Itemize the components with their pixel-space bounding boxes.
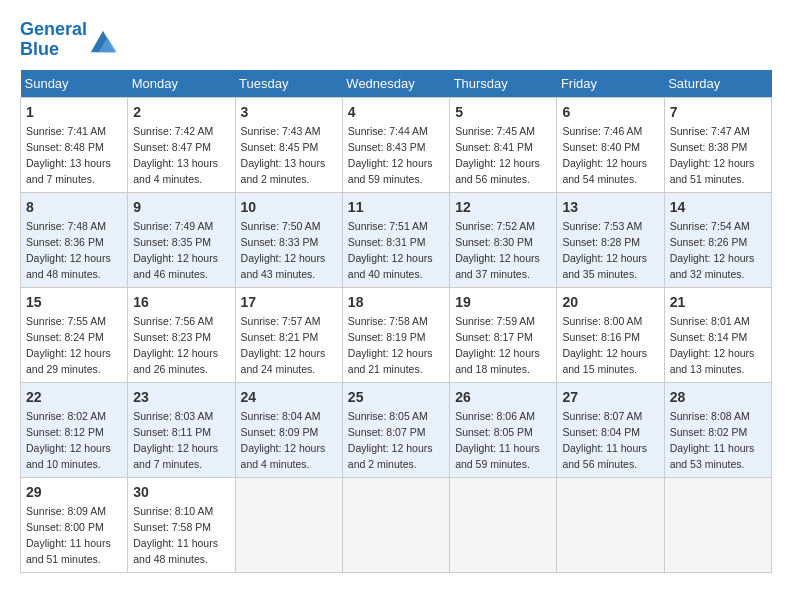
day-number: 27 (562, 387, 658, 407)
calendar-day-cell: 14 Sunrise: 7:54 AMSunset: 8:26 PMDaylig… (664, 192, 771, 287)
day-info: Sunrise: 8:03 AMSunset: 8:11 PMDaylight:… (133, 410, 218, 470)
calendar-day-cell: 23 Sunrise: 8:03 AMSunset: 8:11 PMDaylig… (128, 382, 235, 477)
day-info: Sunrise: 8:08 AMSunset: 8:02 PMDaylight:… (670, 410, 755, 470)
day-info: Sunrise: 8:00 AMSunset: 8:16 PMDaylight:… (562, 315, 647, 375)
day-number: 23 (133, 387, 229, 407)
day-info: Sunrise: 7:50 AMSunset: 8:33 PMDaylight:… (241, 220, 326, 280)
day-info: Sunrise: 7:48 AMSunset: 8:36 PMDaylight:… (26, 220, 111, 280)
calendar-day-cell (664, 477, 771, 572)
calendar-day-cell: 27 Sunrise: 8:07 AMSunset: 8:04 PMDaylig… (557, 382, 664, 477)
weekday-header: Wednesday (342, 70, 449, 98)
day-info: Sunrise: 8:09 AMSunset: 8:00 PMDaylight:… (26, 505, 111, 565)
day-number: 19 (455, 292, 551, 312)
calendar-day-cell: 2 Sunrise: 7:42 AMSunset: 8:47 PMDayligh… (128, 97, 235, 192)
day-number: 10 (241, 197, 337, 217)
day-number: 24 (241, 387, 337, 407)
calendar-day-cell (557, 477, 664, 572)
weekday-header: Tuesday (235, 70, 342, 98)
day-info: Sunrise: 7:53 AMSunset: 8:28 PMDaylight:… (562, 220, 647, 280)
day-number: 12 (455, 197, 551, 217)
day-info: Sunrise: 7:55 AMSunset: 8:24 PMDaylight:… (26, 315, 111, 375)
day-info: Sunrise: 8:01 AMSunset: 8:14 PMDaylight:… (670, 315, 755, 375)
day-number: 26 (455, 387, 551, 407)
weekday-header: Thursday (450, 70, 557, 98)
day-number: 30 (133, 482, 229, 502)
day-number: 7 (670, 102, 766, 122)
calendar-day-cell (235, 477, 342, 572)
weekday-header: Saturday (664, 70, 771, 98)
day-number: 13 (562, 197, 658, 217)
calendar-week-row: 1 Sunrise: 7:41 AMSunset: 8:48 PMDayligh… (21, 97, 772, 192)
calendar-day-cell: 3 Sunrise: 7:43 AMSunset: 8:45 PMDayligh… (235, 97, 342, 192)
calendar-day-cell (450, 477, 557, 572)
calendar-day-cell: 10 Sunrise: 7:50 AMSunset: 8:33 PMDaylig… (235, 192, 342, 287)
day-number: 14 (670, 197, 766, 217)
calendar-day-cell: 17 Sunrise: 7:57 AMSunset: 8:21 PMDaylig… (235, 287, 342, 382)
day-info: Sunrise: 8:10 AMSunset: 7:58 PMDaylight:… (133, 505, 218, 565)
day-info: Sunrise: 8:02 AMSunset: 8:12 PMDaylight:… (26, 410, 111, 470)
logo-text: GeneralBlue (20, 20, 87, 60)
day-info: Sunrise: 7:57 AMSunset: 8:21 PMDaylight:… (241, 315, 326, 375)
day-info: Sunrise: 7:45 AMSunset: 8:41 PMDaylight:… (455, 125, 540, 185)
calendar-day-cell: 6 Sunrise: 7:46 AMSunset: 8:40 PMDayligh… (557, 97, 664, 192)
day-info: Sunrise: 7:41 AMSunset: 8:48 PMDaylight:… (26, 125, 111, 185)
day-info: Sunrise: 7:54 AMSunset: 8:26 PMDaylight:… (670, 220, 755, 280)
day-number: 6 (562, 102, 658, 122)
calendar-week-row: 29 Sunrise: 8:09 AMSunset: 8:00 PMDaylig… (21, 477, 772, 572)
calendar-day-cell: 16 Sunrise: 7:56 AMSunset: 8:23 PMDaylig… (128, 287, 235, 382)
day-info: Sunrise: 7:43 AMSunset: 8:45 PMDaylight:… (241, 125, 326, 185)
day-number: 1 (26, 102, 122, 122)
calendar-day-cell: 28 Sunrise: 8:08 AMSunset: 8:02 PMDaylig… (664, 382, 771, 477)
day-info: Sunrise: 8:06 AMSunset: 8:05 PMDaylight:… (455, 410, 540, 470)
calendar-day-cell: 11 Sunrise: 7:51 AMSunset: 8:31 PMDaylig… (342, 192, 449, 287)
day-number: 17 (241, 292, 337, 312)
day-number: 20 (562, 292, 658, 312)
calendar-day-cell: 8 Sunrise: 7:48 AMSunset: 8:36 PMDayligh… (21, 192, 128, 287)
calendar-day-cell: 15 Sunrise: 7:55 AMSunset: 8:24 PMDaylig… (21, 287, 128, 382)
weekday-header: Friday (557, 70, 664, 98)
page-header: GeneralBlue (20, 20, 772, 60)
calendar-day-cell: 4 Sunrise: 7:44 AMSunset: 8:43 PMDayligh… (342, 97, 449, 192)
day-number: 21 (670, 292, 766, 312)
day-info: Sunrise: 8:07 AMSunset: 8:04 PMDaylight:… (562, 410, 647, 470)
day-info: Sunrise: 8:04 AMSunset: 8:09 PMDaylight:… (241, 410, 326, 470)
day-number: 5 (455, 102, 551, 122)
day-number: 2 (133, 102, 229, 122)
calendar-day-cell: 25 Sunrise: 8:05 AMSunset: 8:07 PMDaylig… (342, 382, 449, 477)
day-number: 11 (348, 197, 444, 217)
calendar-day-cell: 26 Sunrise: 8:06 AMSunset: 8:05 PMDaylig… (450, 382, 557, 477)
day-number: 18 (348, 292, 444, 312)
calendar-day-cell: 20 Sunrise: 8:00 AMSunset: 8:16 PMDaylig… (557, 287, 664, 382)
day-number: 16 (133, 292, 229, 312)
calendar-table: SundayMondayTuesdayWednesdayThursdayFrid… (20, 70, 772, 573)
day-number: 3 (241, 102, 337, 122)
calendar-day-cell: 7 Sunrise: 7:47 AMSunset: 8:38 PMDayligh… (664, 97, 771, 192)
day-number: 4 (348, 102, 444, 122)
day-number: 25 (348, 387, 444, 407)
day-number: 8 (26, 197, 122, 217)
day-number: 15 (26, 292, 122, 312)
calendar-week-row: 15 Sunrise: 7:55 AMSunset: 8:24 PMDaylig… (21, 287, 772, 382)
calendar-week-row: 8 Sunrise: 7:48 AMSunset: 8:36 PMDayligh… (21, 192, 772, 287)
calendar-day-cell: 21 Sunrise: 8:01 AMSunset: 8:14 PMDaylig… (664, 287, 771, 382)
day-number: 9 (133, 197, 229, 217)
day-number: 22 (26, 387, 122, 407)
day-info: Sunrise: 7:59 AMSunset: 8:17 PMDaylight:… (455, 315, 540, 375)
calendar-day-cell: 18 Sunrise: 7:58 AMSunset: 8:19 PMDaylig… (342, 287, 449, 382)
weekday-header: Monday (128, 70, 235, 98)
day-info: Sunrise: 8:05 AMSunset: 8:07 PMDaylight:… (348, 410, 433, 470)
day-info: Sunrise: 7:46 AMSunset: 8:40 PMDaylight:… (562, 125, 647, 185)
day-info: Sunrise: 7:52 AMSunset: 8:30 PMDaylight:… (455, 220, 540, 280)
calendar-day-cell: 30 Sunrise: 8:10 AMSunset: 7:58 PMDaylig… (128, 477, 235, 572)
weekday-header: Sunday (21, 70, 128, 98)
logo: GeneralBlue (20, 20, 117, 60)
calendar-day-cell: 1 Sunrise: 7:41 AMSunset: 8:48 PMDayligh… (21, 97, 128, 192)
day-info: Sunrise: 7:58 AMSunset: 8:19 PMDaylight:… (348, 315, 433, 375)
day-info: Sunrise: 7:49 AMSunset: 8:35 PMDaylight:… (133, 220, 218, 280)
calendar-day-cell: 13 Sunrise: 7:53 AMSunset: 8:28 PMDaylig… (557, 192, 664, 287)
calendar-day-cell: 29 Sunrise: 8:09 AMSunset: 8:00 PMDaylig… (21, 477, 128, 572)
calendar-day-cell: 24 Sunrise: 8:04 AMSunset: 8:09 PMDaylig… (235, 382, 342, 477)
day-info: Sunrise: 7:47 AMSunset: 8:38 PMDaylight:… (670, 125, 755, 185)
calendar-week-row: 22 Sunrise: 8:02 AMSunset: 8:12 PMDaylig… (21, 382, 772, 477)
calendar-day-cell: 9 Sunrise: 7:49 AMSunset: 8:35 PMDayligh… (128, 192, 235, 287)
